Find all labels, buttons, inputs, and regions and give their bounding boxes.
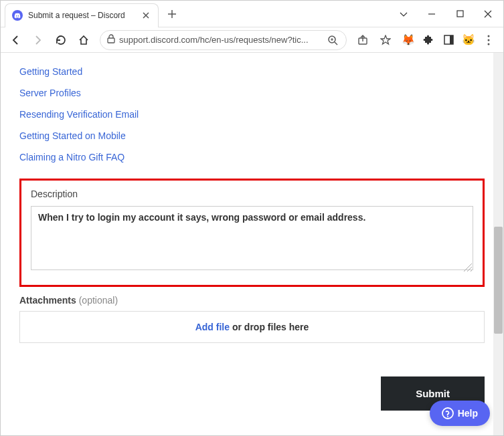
forward-button[interactable]	[29, 31, 48, 49]
browser-titlebar: Submit a request – Discord	[1, 1, 503, 27]
svg-point-8	[488, 43, 490, 45]
description-textarea[interactable]	[31, 206, 473, 270]
help-link[interactable]: Server Profiles	[19, 82, 485, 104]
bookmark-star-icon[interactable]	[376, 31, 395, 49]
menu-dots-icon[interactable]	[482, 33, 495, 47]
lock-icon	[107, 34, 115, 45]
help-article-links: Getting Started Server Profiles Resendin…	[19, 61, 485, 168]
minimize-button[interactable]	[422, 7, 442, 21]
back-button[interactable]	[6, 31, 25, 49]
help-link[interactable]: Getting Started on Mobile	[19, 125, 485, 146]
share-icon[interactable]	[353, 31, 372, 49]
home-button[interactable]	[74, 31, 93, 49]
dropzone-text: or drop files here	[232, 322, 309, 332]
svg-point-10	[447, 416, 448, 417]
help-fab-button[interactable]: Help	[430, 401, 490, 426]
new-tab-button[interactable]	[163, 5, 181, 23]
chevron-down-icon[interactable]	[394, 7, 414, 21]
add-file-link[interactable]: Add file	[195, 322, 230, 332]
svg-rect-0	[457, 11, 463, 17]
tab-title: Submit a request – Discord	[28, 11, 138, 20]
scrollbar-track[interactable]	[493, 53, 503, 435]
reload-button[interactable]	[52, 31, 70, 49]
description-section-highlight: Description	[19, 179, 485, 287]
help-link[interactable]: Resending Verification Email	[19, 104, 485, 125]
svg-rect-5	[450, 35, 453, 44]
help-fab-label: Help	[458, 408, 478, 419]
help-question-icon	[442, 407, 454, 419]
page-content: Getting Started Server Profiles Resendin…	[1, 53, 503, 435]
discord-favicon-icon	[12, 10, 23, 21]
help-link[interactable]: Getting Started	[19, 61, 485, 82]
description-label: Description	[31, 189, 473, 199]
maximize-button[interactable]	[450, 7, 470, 21]
url-text: support.discord.com/hc/en-us/requests/ne…	[119, 35, 326, 45]
svg-rect-1	[108, 38, 114, 43]
scrollbar-thumb[interactable]	[494, 227, 503, 334]
address-bar[interactable]: support.discord.com/hc/en-us/requests/ne…	[100, 30, 347, 50]
svg-point-6	[488, 35, 490, 37]
metamask-extension-icon[interactable]: 🦊	[402, 33, 415, 47]
browser-tab[interactable]: Submit a request – Discord	[5, 3, 159, 27]
search-in-page-icon[interactable]	[326, 31, 339, 49]
close-window-button[interactable]	[478, 7, 498, 21]
cat-extension-icon[interactable]: 🐱	[462, 33, 475, 47]
svg-point-7	[488, 39, 490, 41]
file-dropzone[interactable]: Add file or drop files here	[19, 311, 485, 343]
browser-toolbar: support.discord.com/hc/en-us/requests/ne…	[1, 27, 503, 53]
help-link[interactable]: Claiming a Nitro Gift FAQ	[19, 146, 485, 168]
side-panel-icon[interactable]	[442, 33, 455, 47]
close-tab-icon[interactable]	[141, 10, 151, 21]
attachments-label: Attachments (optional)	[19, 295, 485, 306]
extensions-puzzle-icon[interactable]	[422, 33, 435, 47]
